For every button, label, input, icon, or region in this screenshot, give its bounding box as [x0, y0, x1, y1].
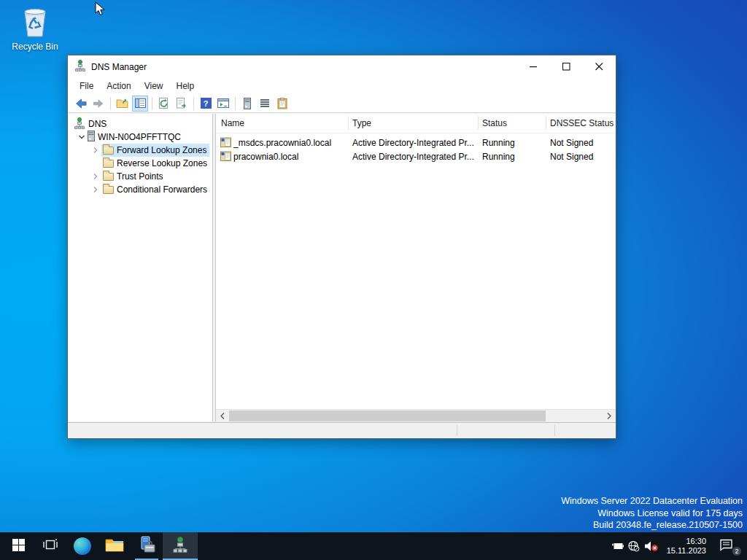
mouse-cursor — [95, 1, 105, 20]
zone-row-pracownia0[interactable]: pracownia0.local Active Directory-Integr… — [216, 149, 615, 163]
console-window-icon[interactable] — [215, 96, 231, 112]
menu-view[interactable]: View — [138, 79, 170, 93]
zones-list-pane: Name Type Status DNSSEC Status — [215, 114, 615, 421]
server-column-icon[interactable] — [239, 96, 255, 112]
zone-type: Active Directory-Integrated Pr... — [352, 138, 474, 148]
status-divider — [554, 425, 555, 436]
tree-item-forward-lookup-zones[interactable]: Forward Lookup Zones — [69, 144, 212, 157]
menu-file[interactable]: File — [73, 79, 100, 93]
column-header-name[interactable]: Name — [221, 118, 244, 128]
folder-icon — [103, 160, 114, 168]
scroll-left-icon[interactable] — [216, 410, 228, 421]
menu-bar: File Action View Help — [68, 78, 616, 94]
action-center-button[interactable]: 2 — [713, 539, 738, 554]
task-view-button[interactable] — [34, 532, 66, 560]
export-list-icon[interactable] — [174, 96, 190, 112]
column-header-dnssec[interactable]: DNSSEC Status — [550, 118, 614, 128]
toolbar-separator — [235, 97, 236, 110]
tree-label-trust-points: Trust Points — [117, 171, 163, 182]
tree-label-reverse-lookup-zones: Reverse Lookup Zones — [117, 158, 207, 168]
toolbar-separator — [193, 97, 194, 110]
dns-manager-taskbar-button[interactable] — [163, 532, 198, 560]
tree-item-dns-root[interactable]: DNS — [69, 117, 212, 131]
tree-label-conditional-forwarders: Conditional Forwarders — [117, 184, 207, 195]
forward-icon[interactable] — [90, 96, 107, 112]
minimize-button[interactable] — [517, 55, 550, 78]
window-content: DNS WIN-N0O4PFFTTQC — [68, 113, 616, 422]
server-manager-button[interactable] — [131, 532, 163, 560]
show-console-tree-icon[interactable] — [132, 96, 148, 112]
column-header-type[interactable]: Type — [352, 118, 371, 128]
column-divider[interactable] — [478, 116, 479, 130]
refresh-icon[interactable] — [156, 96, 172, 112]
system-tray: 16:30 15.11.2023 2 — [610, 532, 747, 560]
column-divider[interactable] — [546, 116, 546, 130]
chevron-down-icon[interactable] — [76, 133, 88, 141]
recycle-bin-icon — [7, 6, 63, 39]
folder-icon — [103, 147, 114, 155]
clock-time: 16:30 — [667, 537, 706, 546]
help-icon[interactable]: ? — [198, 96, 214, 112]
tree-item-conditional-forwarders[interactable]: Conditional Forwarders — [69, 183, 212, 196]
chevron-right-icon[interactable] — [90, 173, 101, 180]
server-icon — [88, 131, 95, 144]
zone-type: Active Directory-Integrated Pr... — [352, 152, 474, 162]
scrollbar-thumb[interactable] — [229, 411, 546, 421]
file-explorer-button[interactable] — [98, 532, 131, 560]
column-header-status[interactable]: Status — [482, 118, 507, 128]
title-bar[interactable]: DNS Manager — [68, 55, 616, 78]
dns-manager-icon — [172, 537, 188, 556]
clock-date: 15.11.2023 — [667, 546, 706, 556]
tree-item-server[interactable]: WIN-N0O4PFFTTQC — [69, 131, 212, 144]
close-button[interactable] — [583, 55, 616, 78]
zone-dnssec: Not Signed — [550, 138, 593, 148]
volume-muted-icon[interactable] — [642, 540, 661, 552]
battery-icon[interactable] — [610, 542, 626, 551]
tree-item-reverse-lookup-zones[interactable]: Reverse Lookup Zones — [69, 157, 212, 170]
zone-name: pracownia0.local — [233, 152, 298, 162]
console-tree-pane: DNS WIN-N0O4PFFTTQC — [69, 114, 213, 421]
clipboard-icon[interactable] — [274, 96, 290, 112]
edge-button[interactable] — [66, 532, 98, 560]
recycle-bin[interactable]: Recycle Bin — [7, 6, 63, 52]
dns-manager-icon — [74, 60, 86, 74]
task-view-icon — [43, 539, 58, 553]
column-divider[interactable] — [348, 116, 349, 130]
list-icon[interactable] — [257, 96, 273, 112]
start-icon — [12, 539, 25, 554]
taskbar-clock[interactable]: 16:30 15.11.2023 — [667, 537, 706, 556]
maximize-button[interactable] — [550, 55, 583, 78]
selected-highlight: Forward Lookup Zones — [101, 144, 209, 157]
system-info-line-3: Build 20348.fe_release.210507-1500 — [561, 519, 743, 532]
header-underline — [216, 133, 615, 133]
back-icon[interactable] — [73, 96, 89, 112]
start-button[interactable] — [2, 532, 34, 560]
dns-root-icon — [74, 117, 85, 131]
zone-icon — [220, 137, 231, 149]
list-header: Name Type Status DNSSEC Status — [216, 114, 615, 133]
menu-help[interactable]: Help — [170, 79, 201, 93]
status-bar — [68, 422, 616, 438]
status-divider — [457, 425, 457, 436]
horizontal-scrollbar[interactable] — [216, 409, 615, 421]
chevron-right-icon[interactable] — [90, 186, 101, 193]
menu-action[interactable]: Action — [100, 79, 137, 93]
folder-icon — [103, 186, 114, 194]
up-folder-icon[interactable] — [115, 96, 131, 112]
toolbar: ? — [68, 94, 616, 113]
scroll-right-icon[interactable] — [603, 410, 615, 421]
tree-label-server: WIN-N0O4PFFTTQC — [98, 132, 181, 142]
network-icon[interactable] — [626, 540, 642, 552]
notification-badge: 2 — [732, 546, 742, 556]
zone-row-msdcs[interactable]: _msdcs.pracownia0.local Active Directory… — [216, 136, 615, 149]
window-title: DNS Manager — [91, 62, 517, 72]
system-info-line-1: Windows Server 2022 Datacenter Evaluatio… — [561, 495, 743, 508]
tree-item-trust-points[interactable]: Trust Points — [69, 170, 212, 183]
chevron-right-icon[interactable] — [90, 147, 101, 154]
zone-icon — [220, 151, 231, 163]
folder-icon — [103, 173, 114, 181]
system-info-line-2: Windows License valid for 175 days — [561, 508, 743, 520]
system-info: Windows Server 2022 Datacenter Evaluatio… — [561, 495, 743, 532]
action-center-icon — [719, 539, 733, 554]
edge-icon — [74, 537, 91, 555]
